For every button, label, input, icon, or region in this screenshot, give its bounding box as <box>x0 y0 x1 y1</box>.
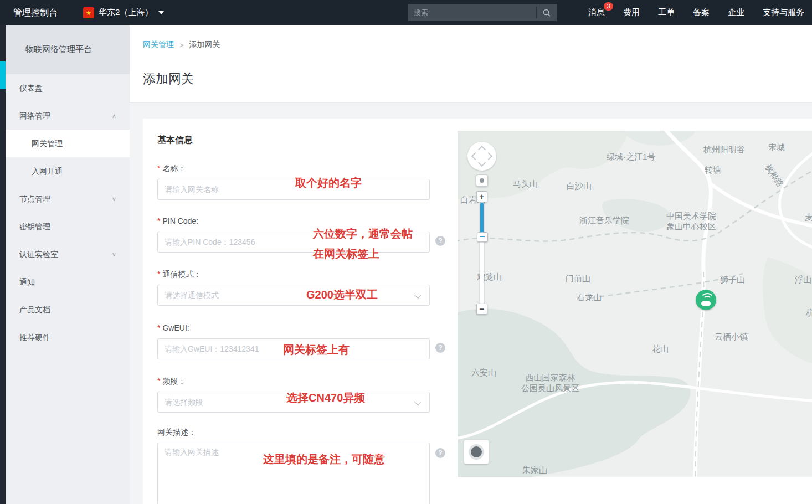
sidebar-item-recommended-hw[interactable]: 推荐硬件 <box>6 323 130 351</box>
chevron-down-icon <box>414 399 422 406</box>
required-asterisk: * <box>157 323 160 332</box>
required-asterisk: * <box>157 217 160 225</box>
china-flag-icon: ★ <box>83 7 94 18</box>
map-panel[interactable]: 绿城·之江1号杭州阳明谷宋城转塘枫桦路马头山白沙山白岩山浙江音乐学院中国美术学院… <box>458 131 812 477</box>
add-gateway-card: 基本信息 *名称： *PIN Code: *通信模式： 请选择通信模式 <box>143 119 812 504</box>
caret-down-icon <box>158 11 164 14</box>
pin-code-field: *PIN Code: <box>157 215 430 253</box>
map-place-label: 白沙山 <box>567 181 592 192</box>
map-place-label: 转塘 <box>705 165 721 176</box>
gateway-device-icon <box>701 301 711 306</box>
map-place-label: 石龙山 <box>577 292 602 303</box>
sidebar-item-product-docs[interactable]: 产品文档 <box>6 296 130 323</box>
nav-support[interactable]: 支持与服务 <box>763 7 804 18</box>
required-asterisk: * <box>157 270 160 279</box>
console-home-link[interactable]: 管理控制台 <box>13 0 58 25</box>
sidebar-item-network-mgmt[interactable]: 网络管理∧ <box>6 102 130 130</box>
required-asterisk: * <box>157 164 160 173</box>
nav-billing[interactable]: 费用 <box>623 7 640 18</box>
map-place-label: 门前山 <box>566 274 590 284</box>
sidebar-item-cert-lab[interactable]: 认证实验室∨ <box>6 240 130 268</box>
center-dot-icon <box>480 178 484 183</box>
pan-down-icon[interactable] <box>478 159 486 167</box>
gateway-name-field: *名称： <box>157 163 430 200</box>
gweui-input[interactable] <box>157 338 430 359</box>
map-place-label: 狮子山 <box>720 275 745 285</box>
page-title: 添加网关 <box>143 70 194 88</box>
comm-mode-field: *通信模式： 请选择通信模式 <box>157 269 430 306</box>
map-place-label: 杭州阳明谷 <box>703 145 745 155</box>
map-zoom-in-button[interactable]: + <box>476 191 487 202</box>
search-icon[interactable] <box>537 4 557 21</box>
sidebar-title: 物联网络管理平台 <box>6 25 130 74</box>
map-locate-button[interactable] <box>464 440 489 464</box>
locate-dot-icon <box>469 444 484 460</box>
nav-enterprise[interactable]: 企业 <box>728 7 744 18</box>
map-place-label: 绿城·之江1号 <box>607 152 655 162</box>
comm-mode-select[interactable]: 请选择通信模式 <box>157 285 430 306</box>
band-label: *频段： <box>157 376 430 387</box>
chevron-down-icon: ∨ <box>112 240 116 268</box>
sidebar-item-gateway-mgmt[interactable]: 网关管理 <box>6 130 130 157</box>
map-place-label: 浮山 <box>795 275 811 285</box>
topbar-search <box>408 4 557 21</box>
map-zoom-slider-track[interactable] <box>480 202 484 309</box>
breadcrumb: 网关管理 > 添加网关 <box>143 40 220 50</box>
band-select[interactable]: 请选择频段 <box>157 392 430 413</box>
map-place-label: 朱家山 <box>522 465 547 476</box>
description-textarea[interactable] <box>157 443 430 504</box>
sidebar-item-node-mgmt[interactable]: 节点管理∨ <box>6 185 130 213</box>
map-place-label: 西山国家森林 公园灵山风景区 <box>521 373 579 394</box>
gateway-name-label: *名称： <box>157 163 430 174</box>
sidebar-item-key-mgmt[interactable]: 密钥管理 <box>6 213 130 240</box>
pin-code-help-icon[interactable]: ? <box>435 236 445 246</box>
pan-left-icon[interactable] <box>471 152 479 160</box>
gweui-field: *GwEUI: <box>157 322 430 359</box>
gweui-help-icon[interactable]: ? <box>435 343 445 353</box>
map-zoom-slider-handle[interactable] <box>477 232 488 242</box>
nav-tickets[interactable]: 工单 <box>658 7 675 18</box>
region-selector[interactable]: ★ 华东2（上海） <box>83 0 164 25</box>
nav-icp-filing[interactable]: 备案 <box>693 7 710 18</box>
nav-messages[interactable]: 消息3 <box>588 7 605 18</box>
main-content: 网关管理 > 添加网关 添加网关 基本信息 *名称： *PIN Code: <box>130 25 812 504</box>
message-count-badge: 3 <box>604 2 613 11</box>
chevron-down-icon <box>414 292 422 299</box>
gweui-label: *GwEUI: <box>157 322 430 333</box>
content-band: 基本信息 *名称： *PIN Code: *通信模式： 请选择通信模式 <box>130 102 812 504</box>
description-label: 网关描述： <box>157 426 430 438</box>
description-help-icon[interactable]: ? <box>435 448 445 458</box>
map-place-label: 浙江音乐学院 <box>579 215 629 226</box>
gateway-location-marker[interactable] <box>696 290 716 310</box>
map-place-label: 六安山 <box>471 368 496 378</box>
required-asterisk: * <box>157 377 160 385</box>
chevron-up-icon: ∧ <box>112 102 116 130</box>
map-place-label: 中国美术学院 象山中心校区 <box>666 211 716 232</box>
map-pan-control[interactable] <box>467 142 496 171</box>
map-center-button[interactable] <box>476 174 488 187</box>
sidebar-item-dashboard[interactable]: 仪表盘 <box>6 74 130 102</box>
breadcrumb-current: 添加网关 <box>189 40 220 50</box>
pin-code-label: *PIN Code: <box>157 215 430 227</box>
sidebar-item-network-activation[interactable]: 入网开通 <box>6 157 130 185</box>
pan-right-icon[interactable] <box>485 152 492 160</box>
gateway-name-input[interactable] <box>157 179 430 200</box>
topbar-nav: 消息3费用工单备案企业支持与服务 <box>588 0 804 25</box>
pin-code-input[interactable] <box>157 232 430 253</box>
pan-up-icon[interactable] <box>478 146 486 153</box>
map-place-label: 马头山 <box>513 179 538 189</box>
handle-grip-icon <box>480 236 485 237</box>
map-zoom-out-button[interactable]: − <box>476 304 487 315</box>
sidebar: 物联网络管理平台 仪表盘网络管理∧网关管理入网开通节点管理∨密钥管理认证实验室∨… <box>6 25 130 504</box>
search-input[interactable] <box>408 4 536 21</box>
breadcrumb-separator: > <box>179 41 184 49</box>
breadcrumb-gateway-mgmt-link[interactable]: 网关管理 <box>143 40 174 50</box>
chevron-down-icon: ∨ <box>112 185 116 213</box>
map-place-label: 杭 <box>806 308 812 318</box>
rail-active-indicator <box>0 61 6 89</box>
app-root: 管理控制台 ★ 华东2（上海） 消息3费用工单备案企业支持与服务 物联网络管理平… <box>0 0 812 504</box>
description-field: 网关描述： <box>157 426 430 504</box>
sidebar-item-notifications[interactable]: 通知 <box>6 268 130 296</box>
map-place-label: 云栖小镇 <box>715 332 748 342</box>
comm-mode-label: *通信模式： <box>157 269 430 280</box>
